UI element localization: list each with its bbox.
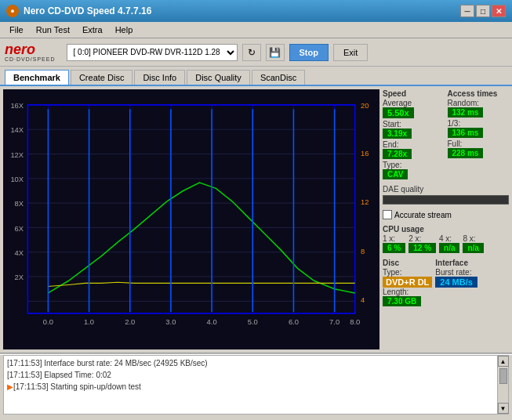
close-button[interactable]: ✕ xyxy=(492,5,506,17)
accurate-stream-label: Accurate stream xyxy=(394,211,452,219)
cpu-header: CPU usage xyxy=(383,225,509,234)
cpu-4x-label: 4 x: xyxy=(439,234,459,243)
nero-logo: nero CD·DVD/SPEED xyxy=(5,42,56,62)
menu-bar: File Run Test Extra Help xyxy=(0,22,512,38)
scroll-down-arrow[interactable]: ▼ xyxy=(498,403,509,414)
access-random-label: Random: xyxy=(448,99,510,107)
disc-title: Disc xyxy=(383,259,432,267)
speed-type-value: CAV xyxy=(383,169,408,179)
svg-text:14X: 14X xyxy=(10,125,24,134)
cpu-8x-block: 8 x: n/a xyxy=(463,234,483,253)
scroll-up-arrow[interactable]: ▲ xyxy=(498,356,509,367)
speed-section: Speed Average 5.50x Start: 3.19x End: 7.… xyxy=(383,89,445,179)
speed-title: Speed xyxy=(383,89,445,98)
svg-text:16: 16 xyxy=(361,149,369,158)
access-section: Access times Random: 132 ms 1/3: 136 ms … xyxy=(448,89,510,179)
window-controls: ─ □ ✕ xyxy=(460,5,506,17)
svg-text:12X: 12X xyxy=(10,150,24,159)
disc-section: Disc Type: DVD+R DL Length: 7.30 GB xyxy=(383,259,432,306)
log-entry-2: ▶[17:11:53] Starting spin-up/down test xyxy=(7,381,494,393)
scroll-track xyxy=(499,367,507,403)
svg-text:12: 12 xyxy=(361,197,369,206)
log-entry-1: [17:11:53] Elapsed Time: 0:02 xyxy=(7,369,494,381)
cpu-2x-value: 12 % xyxy=(409,243,436,253)
dae-label: DAE quality xyxy=(383,185,509,194)
svg-text:3.0: 3.0 xyxy=(165,317,176,326)
svg-text:0.0: 0.0 xyxy=(43,317,53,326)
stop-button[interactable]: Stop xyxy=(289,44,329,61)
access-full-label: Full: xyxy=(448,139,510,148)
minimize-button[interactable]: ─ xyxy=(460,5,474,17)
log-content: [17:11:53] Interface burst rate: 24 MB/s… xyxy=(4,356,497,414)
svg-text:8X: 8X xyxy=(15,199,24,208)
tab-benchmark[interactable]: Benchmark xyxy=(5,70,69,85)
tab-disc-info[interactable]: Disc Info xyxy=(134,70,185,85)
tab-create-disc[interactable]: Create Disc xyxy=(71,70,133,85)
cpu-4x-block: 4 x: n/a xyxy=(439,234,459,253)
cpu-1x-block: 1 x: 6 % xyxy=(383,234,405,253)
menu-file[interactable]: File xyxy=(3,24,30,36)
disc-type-value: DVD+R DL xyxy=(383,277,432,288)
svg-text:8.0: 8.0 xyxy=(350,317,360,326)
svg-text:8: 8 xyxy=(361,247,365,255)
nero-logo-text: nero xyxy=(5,42,56,56)
svg-text:10X: 10X xyxy=(10,175,24,183)
svg-text:20: 20 xyxy=(361,101,369,110)
svg-text:6X: 6X xyxy=(15,224,24,233)
svg-text:2X: 2X xyxy=(15,273,24,281)
speed-end-value: 7.28x xyxy=(383,149,412,159)
log-entry-0: [17:11:53] Interface burst rate: 24 MB/s… xyxy=(7,357,494,369)
disc-type-label: Type: xyxy=(383,268,432,277)
cpu-4x-value: n/a xyxy=(439,243,459,253)
cpu-1x-value: 6 % xyxy=(383,243,405,253)
disc-interface-row: Disc Type: DVD+R DL Length: 7.30 GB Inte… xyxy=(383,259,509,306)
accurate-stream-row: Accurate stream xyxy=(383,210,509,219)
cpu-values: 1 x: 6 % 2 x: 12 % 4 x: n/a 8 x: n/a xyxy=(383,234,509,253)
right-panel: Speed Average 5.50x Start: 3.19x End: 7.… xyxy=(383,86,512,353)
access-onethird-value: 136 ms xyxy=(448,128,484,138)
cpu-title: CPU usage xyxy=(383,225,424,234)
cpu-section: CPU usage 1 x: 6 % 2 x: 12 % 4 x: n/a 8 … xyxy=(383,225,509,253)
svg-text:6.0: 6.0 xyxy=(289,317,299,326)
nero-logo-sub: CD·DVD/SPEED xyxy=(5,56,56,62)
disc-length-label: Length: xyxy=(383,288,432,296)
tab-disc-quality[interactable]: Disc Quality xyxy=(187,70,250,85)
dae-section: DAE quality xyxy=(383,185,509,206)
save-icon-button[interactable]: 💾 xyxy=(266,44,285,61)
svg-text:1.0: 1.0 xyxy=(84,317,94,326)
tab-scan-disc[interactable]: ScanDisc xyxy=(252,70,305,85)
menu-run-test[interactable]: Run Test xyxy=(30,24,76,36)
disc-length-value: 7.30 GB xyxy=(383,296,421,306)
cpu-8x-value: n/a xyxy=(463,243,483,253)
scroll-thumb[interactable] xyxy=(499,368,507,384)
burst-value: 24 MB/s xyxy=(435,277,478,288)
maximize-button[interactable]: □ xyxy=(476,5,490,17)
svg-text:7.0: 7.0 xyxy=(329,317,340,326)
svg-text:4: 4 xyxy=(361,295,365,304)
interface-section: Interface Burst rate: 24 MB/s xyxy=(435,259,478,306)
cpu-2x-label: 2 x: xyxy=(409,234,436,243)
chart-area: 16X 14X 12X 10X 8X 6X 4X 2X 20 16 12 8 4… xyxy=(3,89,379,349)
title-bar: ● Nero CD-DVD Speed 4.7.7.16 ─ □ ✕ xyxy=(0,0,512,22)
speed-start-label: Start: xyxy=(383,120,401,129)
log-scrollbar: ▲ ▼ xyxy=(497,356,508,414)
log-icon-2: ▶ xyxy=(7,382,13,391)
access-random-value: 132 ms xyxy=(448,107,484,118)
log-area: [17:11:53] Interface burst rate: 24 MB/s… xyxy=(3,355,509,415)
main-content: 16X 14X 12X 10X 8X 6X 4X 2X 20 16 12 8 4… xyxy=(0,86,512,353)
menu-extra[interactable]: Extra xyxy=(76,24,109,36)
svg-text:16X: 16X xyxy=(10,101,24,110)
accurate-stream-checkbox[interactable] xyxy=(383,210,392,219)
exit-button[interactable]: Exit xyxy=(333,44,368,61)
speed-start-value: 3.19x xyxy=(383,129,412,139)
menu-help[interactable]: Help xyxy=(109,24,140,36)
drive-select[interactable]: [ 0:0] PIONEER DVD-RW DVR-112D 1.28 xyxy=(67,44,238,61)
burst-label: Burst rate: xyxy=(435,268,478,277)
access-full-value: 228 ms xyxy=(448,148,484,158)
speed-type-label: Type: xyxy=(383,161,445,169)
refresh-icon-button[interactable]: ↻ xyxy=(242,44,261,61)
cpu-8x-label: 8 x: xyxy=(463,234,483,243)
svg-text:4X: 4X xyxy=(15,248,24,257)
toolbar: nero CD·DVD/SPEED [ 0:0] PIONEER DVD-RW … xyxy=(0,38,512,67)
tab-bar: Benchmark Create Disc Disc Info Disc Qua… xyxy=(0,67,512,86)
